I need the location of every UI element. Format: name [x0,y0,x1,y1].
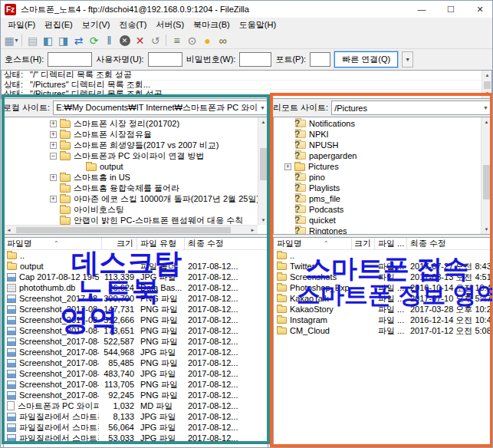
column-header-filename[interactable]: 파일명 ⌃ [4,238,102,249]
file-row[interactable]: 파일질라에서 스마트폰 ...8,133JPG 파일2017-08-12... [4,411,268,422]
column-header-modified[interactable]: 최종 수정 [407,238,491,249]
file-row[interactable]: Screenshot_2017-08-1...390,700PNG 파일2017… [4,293,268,304]
close-button[interactable]: ✕ [468,1,492,18]
toggle-log-button[interactable]: ▤ [25,33,40,48]
menu-help[interactable]: 도움말(H) [235,18,281,32]
tree-item[interactable]: ?NPKI [274,129,491,140]
tree-item[interactable]: +스마트폰 시장점유율 [4,129,268,140]
filter-button[interactable]: ≡ [169,33,184,48]
tree-expand-toggle[interactable]: + [284,163,291,170]
remote-path-combobox[interactable]: /Pictures ▼ [331,100,491,115]
file-row[interactable]: 파일질라에서 스마트폰 ...53,033JPG 파일2017-08-12... [4,433,268,443]
scroll-right-icon[interactable]: ► [248,226,258,235]
tree-item[interactable]: ?pms_file [274,193,491,204]
scroll-down-icon[interactable]: ▼ [481,225,491,234]
file-row[interactable]: Screenshot_2017-08-12...522,587PNG 파일201… [4,336,268,347]
tree-expand-toggle[interactable]: + [50,174,57,181]
scroll-up-icon[interactable]: ▲ [482,71,492,80]
reconnect-button[interactable]: ↺ [148,33,163,48]
column-header-modified[interactable]: 최종 수정 [185,238,268,249]
tree-item[interactable]: +아마존 에코 스킬 10000개 돌파(2017년 2월 25일) [4,193,268,204]
tree-item[interactable]: ?NPUSH [274,140,491,150]
scroll-up-icon[interactable]: ▲ [258,117,268,127]
menu-bookmarks[interactable]: 북마크(B) [189,18,235,32]
file-row[interactable]: Photoshop_Express파일 ...2016-10-14 오전 10:… [274,282,491,293]
column-header-size[interactable]: 크기 [352,238,375,249]
quickconnect-dropdown-button[interactable]: ▼ [402,51,413,68]
tree-item[interactable]: ?Notifications [274,118,491,129]
sync-browsing-button[interactable]: ● [200,33,215,48]
scroll-down-icon[interactable]: ▼ [258,216,268,225]
username-input[interactable] [148,52,182,67]
tree-expand-toggle[interactable]: − [50,153,57,160]
file-row[interactable]: 파일질라에서 스마트폰 ...56,064JPG 파일2017-08-12... [4,422,268,433]
local-tree-hscrollbar[interactable]: ◄ ► [4,225,258,234]
tree-expand-toggle[interactable]: + [50,196,57,203]
tree-expand-toggle[interactable]: + [50,120,57,127]
cancel-button[interactable]: ✕ [117,33,132,48]
column-header-size[interactable]: 크기 [102,238,137,249]
file-row[interactable]: Twitter파일 ...2017-07-27 오전 8:43 [274,261,491,272]
file-row[interactable]: 스마트폰과 PC 와이파...1,032MD 파일2017-08-12... [4,400,268,411]
minimize-button[interactable]: — [409,1,434,18]
file-row[interactable]: Screenshot_2017-08-12...512,666PNG 파일201… [4,315,268,325]
tree-item[interactable]: 스마트홈 융합숙제를 풀어라 [4,183,268,193]
password-input[interactable] [239,52,271,67]
tree-item[interactable]: +스마트폰 희생양들(2017 vs 2007 비교) [4,140,268,150]
process-queue-button[interactable]: ‖ [102,33,117,48]
tree-item[interactable]: −스마트폰과 PC 와이파이 연결 방법 [4,150,268,161]
tree-expand-toggle[interactable]: + [50,142,57,149]
column-header-filetype[interactable]: 파일 유형 [137,238,185,249]
tree-item[interactable]: 안랩이 밝힌 PC-스마트폰 랜섬웨어 대응 수칙 [4,215,268,226]
menu-edit[interactable]: 편집(E) [40,18,77,32]
file-row[interactable]: .. [4,250,268,261]
file-row[interactable]: output파일 폴더2017-08-12... [4,261,268,272]
tree-item[interactable]: ?Playlists [274,183,491,193]
column-header-filename[interactable]: 파일명 ⌃ [274,238,352,249]
compare-button[interactable]: ⊙ [185,33,199,48]
find-button[interactable]: ∞ [215,33,230,48]
scroll-thumb[interactable] [260,148,267,180]
tree-item[interactable]: +스마트홈 in US [4,172,268,183]
file-row[interactable]: Screenshot_2017-08-12...483,740JPG 파일201… [4,368,268,379]
scroll-thumb[interactable] [484,81,491,89]
menu-transfer[interactable]: 전송(T) [114,18,151,32]
remote-tree-vscrollbar[interactable]: ▲ ▼ [481,117,491,234]
tree-expand-toggle[interactable]: + [50,131,57,138]
tree-item[interactable]: 아이비호스팅 [4,204,268,215]
local-path-combobox[interactable]: E:₩My Documents₩IT Internet₩스마트폰과 PC 와이파… [53,100,268,115]
port-input[interactable] [310,52,330,67]
maximize-button[interactable]: ☐ [439,1,463,18]
host-input[interactable] [48,52,92,67]
local-tree-vscrollbar[interactable]: ▲ ▼ [258,117,268,225]
scroll-up-icon[interactable]: ▲ [481,117,491,127]
tree-item[interactable]: ?quicket [274,215,491,226]
file-row[interactable]: Screenshot_2017-08-12...92,245PNG 파일2017… [4,390,268,400]
file-row[interactable]: Screenshot_2017-08-12...544,968JPG 파일201… [4,347,268,357]
tree-item[interactable]: output [4,161,268,172]
menu-file[interactable]: 파일(F) [3,18,40,32]
log-scrollbar[interactable]: ▲ ▼ [481,71,491,98]
toggle-local-tree-button[interactable]: ◧ [41,33,55,48]
menu-server[interactable]: 서버(S) [151,18,189,32]
file-row[interactable]: CM_Cloud파일 ...2017-01-12 오전 5:08 [274,325,491,336]
tree-item[interactable]: ?Podcasts [274,204,491,215]
file-row[interactable]: Screenshot_2017-08-12...147,731PNG 파일201… [4,304,268,315]
scroll-thumb[interactable] [483,165,490,199]
scroll-down-icon[interactable]: ▼ [482,89,492,98]
file-row[interactable]: KakaoStory파일 ...2017-03-28 오후 10:2 [274,304,491,315]
toggle-remote-tree-button[interactable]: ◨ [56,33,71,48]
tree-item[interactable]: ?papergarden [274,150,491,161]
file-row[interactable]: photothumb.db26,624Data Bas...2017-08-12… [4,282,268,293]
tree-item[interactable]: +Pictures [274,161,491,172]
toggle-queue-button[interactable]: ⇄ [71,33,86,48]
file-row[interactable]: KakaoTalk파일 ...2017-07-10 오후 5:47 [274,293,491,304]
site-manager-button[interactable]: ▦▾ [4,33,18,48]
file-row[interactable]: Screenshot_2017-08-12...173,651PNG 파일201… [4,325,268,336]
scroll-left-icon[interactable]: ◄ [4,226,14,235]
menu-view[interactable]: 보기(V) [77,18,115,32]
tree-item[interactable]: ?pino [274,172,491,183]
file-row[interactable]: .. [274,250,491,261]
file-row[interactable]: Screenshot_2017-08-12...85,485PNG 파일2017… [4,357,268,368]
disconnect-button[interactable]: ✕ [133,33,147,48]
